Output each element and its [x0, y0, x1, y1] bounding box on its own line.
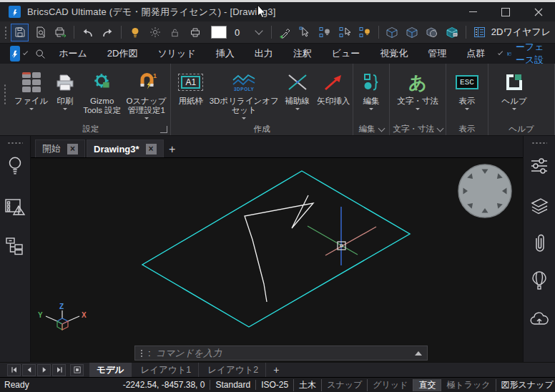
- tab-annotate[interactable]: 注釈: [283, 47, 322, 60]
- first-layout-button[interactable]: [7, 364, 21, 376]
- file-button[interactable]: ファイル: [13, 67, 49, 123]
- gear-icon: [92, 68, 113, 97]
- tab-pointcloud[interactable]: 点群: [456, 47, 495, 60]
- undo-button[interactable]: [79, 24, 96, 41]
- paper-frame-button[interactable]: A1 用紙枠: [172, 67, 210, 123]
- status-profile[interactable]: 土木: [293, 379, 321, 391]
- grid-bulb-on-icon: [359, 26, 371, 38]
- layers-panel-button[interactable]: [527, 192, 551, 220]
- previous-layout-button[interactable]: [22, 364, 36, 376]
- light-toggle-button[interactable]: [127, 24, 143, 41]
- add-layout-button[interactable]: +: [267, 364, 285, 376]
- doc-tab-start[interactable]: 開始 ×: [35, 139, 85, 157]
- status-current-style[interactable]: Standard: [210, 380, 255, 390]
- application-menu-button[interactable]: [10, 46, 20, 62]
- last-layout-button[interactable]: [52, 364, 66, 376]
- close-tab-icon[interactable]: ×: [146, 144, 157, 155]
- tab-manage[interactable]: 管理: [418, 47, 456, 60]
- panel-list-icon: [473, 26, 486, 38]
- status-coordinates[interactable]: -2242.54, -8457.38, 0: [118, 380, 210, 390]
- group-label-text-dim[interactable]: 文字・寸法: [390, 123, 446, 135]
- construction-line-button[interactable]: 補助線: [279, 67, 316, 123]
- print-button[interactable]: [187, 24, 203, 41]
- ballooning-panel-button[interactable]: [527, 266, 551, 295]
- help-button[interactable]: ヘルプ: [494, 67, 534, 123]
- maximize-button[interactable]: [489, 2, 522, 21]
- cloud-upload-panel-button[interactable]: [527, 305, 551, 333]
- save-button[interactable]: [11, 24, 29, 41]
- ribbon-drag-handle[interactable]: [4, 84, 6, 105]
- drawing-canvas[interactable]: : コマンドを入力: [31, 157, 523, 362]
- print-button-large[interactable]: 印刷: [49, 67, 80, 123]
- doc-tab-drawing3[interactable]: Drawing3* ×: [87, 139, 164, 157]
- color-swatch[interactable]: [211, 26, 227, 39]
- layout-tab-model[interactable]: モデル: [89, 363, 132, 377]
- expand-history-icon[interactable]: [415, 348, 422, 356]
- tab-insert[interactable]: 挿入: [206, 47, 245, 60]
- layout-tab-layout2[interactable]: レイアウト2: [200, 363, 266, 377]
- ribbon-group-help: ヘルプ ヘルプ: [488, 64, 555, 135]
- window-controls: [456, 2, 555, 21]
- display-button[interactable]: ESC 表示: [448, 67, 486, 123]
- close-tab-icon[interactable]: ×: [67, 144, 78, 155]
- group-label-settings: 設定: [11, 123, 170, 135]
- tab-solid[interactable]: ソリッド: [147, 47, 205, 60]
- tips-panel-button[interactable]: [3, 152, 27, 180]
- osnap-settings-button[interactable]: 1 Oスナップ 管理設定1: [124, 67, 169, 123]
- visual-style-label[interactable]: 2Dワイヤフレ: [491, 26, 551, 39]
- properties-panel-button[interactable]: [527, 152, 551, 180]
- tab-visualize[interactable]: 視覚化: [370, 47, 418, 60]
- brightness-button[interactable]: [147, 24, 163, 41]
- toolbar-drag-handle[interactable]: [4, 26, 7, 39]
- redo-button[interactable]: [99, 24, 116, 41]
- more-tabs-chevron-icon[interactable]: [498, 50, 503, 55]
- show-entities-button[interactable]: [357, 24, 373, 41]
- next-layout-button[interactable]: [37, 364, 51, 376]
- command-bar[interactable]: : コマンドを入力: [134, 346, 428, 361]
- tab-output[interactable]: 出力: [245, 47, 283, 60]
- wireframe-style-button[interactable]: [384, 24, 401, 41]
- layer-dropdown[interactable]: 0: [230, 24, 266, 40]
- status-polar-toggle[interactable]: 極トラック: [441, 379, 495, 391]
- tab-view[interactable]: ビュー: [322, 47, 370, 60]
- publish-button[interactable]: [52, 24, 69, 41]
- add-to-selection-button[interactable]: [277, 24, 293, 41]
- left-rail-drag-handle[interactable]: [7, 142, 23, 144]
- structure-panel-button[interactable]: [3, 232, 27, 260]
- right-rail-drag-handle[interactable]: [531, 142, 547, 144]
- lock-ui-button[interactable]: [167, 24, 183, 41]
- minimize-button[interactable]: [456, 2, 489, 21]
- select-entities-button[interactable]: [297, 24, 313, 41]
- app-menu-chevron-icon[interactable]: [23, 50, 28, 55]
- status-grid-toggle[interactable]: グリッド: [367, 379, 413, 391]
- hidden-style-button[interactable]: [404, 24, 421, 41]
- ribbon-search-button[interactable]: [32, 46, 49, 62]
- shaded-style-button[interactable]: [424, 24, 441, 41]
- drawing-explorer-panel-button[interactable]: [3, 193, 27, 222]
- new-document-button[interactable]: +: [165, 142, 180, 157]
- status-snap-toggle[interactable]: スナップ: [321, 379, 367, 391]
- hide-entities-button[interactable]: [337, 24, 353, 41]
- command-input[interactable]: コマンドを入力: [156, 347, 410, 360]
- text-dim-button[interactable]: あ 文字・寸法: [392, 67, 443, 123]
- edit-button[interactable]: 編集: [355, 67, 388, 123]
- status-esnap-toggle[interactable]: 図形スナップ: [496, 379, 555, 391]
- isolate-entities-button[interactable]: [317, 24, 333, 41]
- status-ortho-toggle[interactable]: 直交: [413, 379, 441, 391]
- close-button[interactable]: [522, 2, 555, 21]
- command-bar-drag-handle[interactable]: [140, 349, 143, 358]
- arrow-insert-button[interactable]: 矢印挿入: [315, 67, 351, 123]
- open-drawing-button[interactable]: [32, 24, 49, 41]
- group-label-edit[interactable]: 編集: [353, 123, 389, 135]
- tab-2d-draft[interactable]: 2D作図: [97, 47, 148, 60]
- polyline-offset-button[interactable]: 3DPOLY 3Dポリラインオフセット: [210, 67, 279, 123]
- drawing-explorer-button[interactable]: [471, 24, 488, 41]
- panel-launcher-icon[interactable]: [160, 126, 167, 133]
- layout-list-button[interactable]: [70, 364, 84, 376]
- realistic-style-button[interactable]: [444, 24, 461, 41]
- attachments-panel-button[interactable]: [527, 229, 551, 258]
- status-dim-style[interactable]: ISO-25: [255, 380, 293, 390]
- gizmo-settings-button[interactable]: Gizmo Tools 設定: [80, 67, 124, 123]
- layout-tab-layout1[interactable]: レイアウト1: [133, 363, 199, 377]
- tab-home[interactable]: ホーム: [49, 47, 97, 60]
